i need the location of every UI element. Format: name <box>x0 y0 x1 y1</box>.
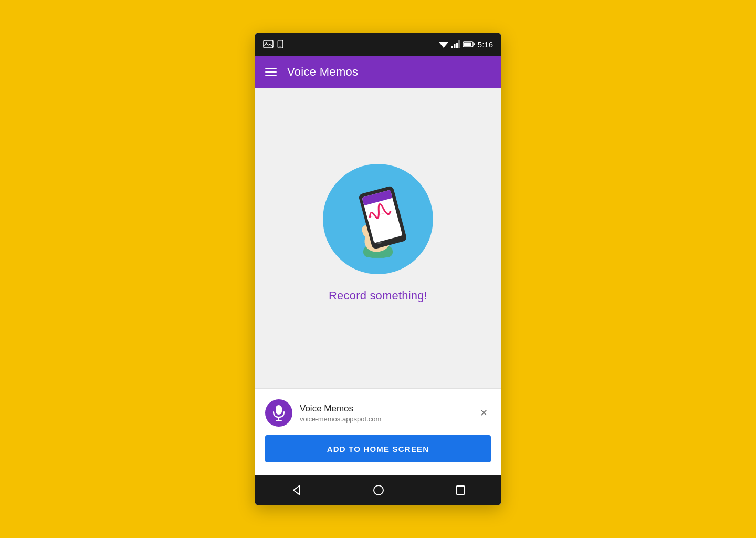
svg-rect-7 <box>456 43 458 48</box>
microphone-icon <box>271 405 286 421</box>
svg-point-25 <box>374 485 383 495</box>
app-bar: Voice Memos <box>255 56 501 88</box>
status-icons-right: 5:16 <box>439 40 493 49</box>
svg-rect-5 <box>452 46 453 48</box>
svg-rect-26 <box>456 486 465 494</box>
battery-icon <box>463 41 475 47</box>
signal-icon <box>452 40 460 48</box>
status-time: 5:16 <box>478 40 493 49</box>
status-bar: 5:16 <box>255 33 501 56</box>
phone-icon <box>277 40 284 48</box>
back-icon <box>290 484 302 496</box>
hamburger-menu-icon[interactable] <box>265 68 277 76</box>
bottom-sheet: Voice Memos voice-memos.appspot.com ✕ AD… <box>255 388 501 475</box>
svg-rect-3 <box>279 47 282 47</box>
record-text: Record something! <box>329 289 427 303</box>
voice-memo-illustration <box>336 174 420 264</box>
svg-marker-24 <box>293 485 300 495</box>
phone-frame: 5:16 Voice Memos <box>255 33 501 505</box>
add-to-home-screen-button[interactable]: ADD TO HOME SCREEN <box>265 435 491 462</box>
illustration-circle <box>323 164 433 274</box>
nav-bar <box>255 475 501 505</box>
svg-rect-8 <box>458 40 460 48</box>
home-icon <box>373 484 384 496</box>
back-button[interactable] <box>290 484 302 496</box>
app-url: voice-memos.appspot.com <box>300 415 381 423</box>
bottom-sheet-info: Voice Memos voice-memos.appspot.com <box>265 399 381 427</box>
app-icon <box>265 399 292 427</box>
image-icon <box>263 40 274 48</box>
app-bar-title: Voice Memos <box>287 65 358 79</box>
app-name: Voice Memos <box>300 404 381 414</box>
home-button[interactable] <box>373 484 384 496</box>
svg-rect-21 <box>276 405 282 415</box>
svg-rect-10 <box>464 43 471 46</box>
svg-marker-4 <box>439 42 448 48</box>
recents-button[interactable] <box>455 485 466 495</box>
recents-icon <box>455 485 466 495</box>
svg-rect-0 <box>264 40 273 48</box>
main-content: Record something! <box>255 88 501 388</box>
bottom-sheet-header: Voice Memos voice-memos.appspot.com ✕ <box>265 399 491 427</box>
close-button[interactable]: ✕ <box>476 406 491 420</box>
wifi-icon <box>439 40 448 48</box>
svg-rect-11 <box>474 43 475 45</box>
status-icons-left <box>263 40 284 48</box>
svg-rect-6 <box>454 44 455 48</box>
app-details: Voice Memos voice-memos.appspot.com <box>300 404 381 423</box>
